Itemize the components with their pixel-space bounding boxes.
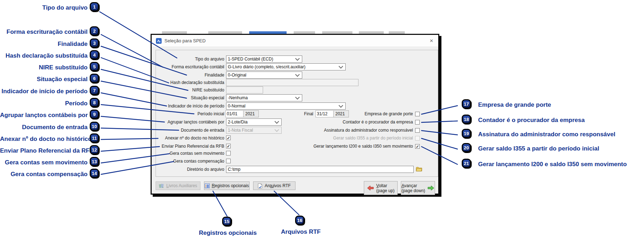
field-label-documento: Documento de entrada	[157, 127, 224, 134]
label-empresa-grande-porte: Empresa de grande porte	[306, 110, 413, 117]
registros-opcionais-button[interactable]: Registros opcionais	[204, 181, 250, 190]
callout-badge-7: 7	[90, 86, 99, 95]
callout-label-12: Enviar Plano Referencial da RFB	[0, 147, 88, 155]
voltar-label: Voltar (page up)	[376, 183, 394, 193]
callout-label-2: Forma escrituração contábil	[0, 28, 88, 36]
close-icon[interactable]: ×	[430, 38, 433, 44]
documento-entrada-select: 1-Nota Fiscal	[226, 127, 282, 134]
label-gerar-lancamento-i200: Gerar lançamento I200 e saldo I350 sem m…	[306, 143, 413, 150]
agrupar-lanctos-select[interactable]: 2-Lote/Dia	[226, 118, 282, 126]
tipo-arquivo-select[interactable]: 1-SPED Contábil (ECD)	[226, 56, 302, 63]
label-contador-procurador: Contador é o procurador da empresa	[306, 118, 413, 126]
agrupar-lanctos-value: 2-Lote/Dia	[226, 120, 275, 125]
finalidade-select[interactable]: 0-Original	[226, 72, 302, 79]
avancar-label: Avançar (page down)	[402, 183, 425, 193]
documento-entrada-value: 1-Nota Fiscal	[226, 128, 275, 133]
voltar-button[interactable]: Voltar (page up)	[364, 181, 398, 195]
callout-badge-10: 10	[90, 122, 99, 131]
indicador-inicio-value: 0-Normal	[226, 104, 339, 109]
livros-auxiliares-button: Livros Auxiliares	[156, 181, 200, 190]
chevron-down-icon	[295, 72, 300, 77]
livros-auxiliares-label: Livros Auxiliares	[166, 183, 197, 188]
background-window-fragment	[294, 31, 315, 34]
callout-badge-17: 17	[462, 99, 471, 109]
background-window-fragment	[389, 31, 405, 34]
registros-opcionais-icon	[205, 184, 210, 188]
diretorio-arquivo-input[interactable]: C:\tmp	[226, 166, 414, 173]
periodo-inicial-date-input[interactable]: 01/01	[226, 111, 244, 117]
chevron-down-icon	[339, 64, 343, 69]
callout-badge-14: 14	[90, 169, 99, 178]
livros-auxiliares-icon	[159, 184, 164, 188]
forma-escrituracao-value: G-Livro diário (completo, s/escrit.auxil…	[226, 64, 339, 69]
callout-badge-15: 15	[222, 217, 231, 226]
field-label-situacao: Situação especial	[157, 94, 224, 101]
tipo-arquivo-value: 1-SPED Contábil (ECD)	[226, 57, 296, 62]
background-window-fragment	[208, 31, 242, 34]
annotated-screenshot: Seleção para SPED × Tipo do arquivo Form…	[0, 0, 644, 243]
callout-badge-8: 8	[90, 98, 99, 107]
field-label-gera-sem-movimento: Gera contas sem movimento	[157, 150, 224, 157]
callout-label-15: Registros opcionais	[192, 229, 263, 237]
callout-label-8: Período	[0, 100, 88, 107]
empresa-grande-porte-checkbox[interactable]	[415, 112, 420, 116]
callout-badge-12: 12	[90, 145, 99, 154]
hash-declaracao-input[interactable]	[226, 79, 358, 86]
callout-label-17: Empresa de grande porte	[478, 101, 551, 109]
arrow-left-icon	[367, 185, 374, 191]
periodo-inicial-field[interactable]: 01/01 2021	[225, 110, 259, 117]
callout-label-9: Agrupar lançtos contábeis por	[0, 111, 88, 119]
gera-sem-movimento-checkbox[interactable]	[226, 151, 231, 155]
contador-procurador-checkbox[interactable]	[415, 120, 420, 125]
gera-compensacao-checkbox[interactable]	[226, 159, 231, 163]
field-label-gera-compensacao: Gera contas compensação	[157, 158, 224, 165]
callout-badge-18: 18	[462, 115, 471, 124]
callout-badge-3: 3	[90, 38, 99, 48]
callout-badge-20: 20	[462, 143, 471, 152]
arquivos-rtf-button[interactable]: Arquivos RTF	[253, 181, 295, 190]
nire-substituido-input[interactable]	[226, 86, 263, 94]
folder-icon[interactable]	[416, 167, 423, 172]
enviar-plano-checkbox[interactable]: ✓	[226, 144, 231, 148]
background-window-fragment	[162, 31, 187, 34]
registros-opcionais-label: Registros opcionais	[212, 183, 249, 188]
callout-badge-6: 6	[90, 74, 99, 83]
field-label-anexar: Anexar nº do docto no histórico	[157, 134, 224, 142]
callout-badge-16: 16	[295, 216, 304, 225]
field-label-nire: NIRE substituído	[157, 86, 224, 94]
avancar-button[interactable]: Avançar (page down)	[401, 181, 435, 195]
arrow-right-icon	[428, 185, 434, 191]
callout-label-5: NIRE substituído	[0, 64, 88, 72]
field-label-agrupar: Agrupar lançtos contábeis por	[157, 118, 224, 126]
field-label-finalidade: Finalidade	[157, 72, 224, 79]
callout-label-1: Tipo do arquivo	[0, 4, 88, 12]
gerar-lancamento-i200-checkbox[interactable]: ✓	[415, 144, 420, 149]
arquivos-rtf-icon	[258, 183, 262, 189]
field-label-tipo-arquivo: Tipo do arquivo	[157, 56, 224, 63]
arquivos-rtf-label: Arquivos RTF	[265, 183, 290, 188]
callout-badge-9: 9	[90, 110, 99, 119]
chevron-down-icon	[339, 103, 343, 108]
periodo-inicial-year: 2021	[244, 111, 258, 117]
callout-badge-19: 19	[462, 129, 471, 138]
anexar-docto-checkbox[interactable]: ✓	[226, 136, 231, 140]
background-window-fragment	[322, 31, 352, 34]
chevron-down-icon	[295, 95, 300, 100]
indicador-inicio-select[interactable]: 0-Normal	[226, 102, 346, 110]
field-label-enviar-plano: Enviar Plano Referencial da RFB	[157, 143, 224, 150]
app-icon	[156, 38, 162, 44]
callout-badge-21: 21	[462, 159, 471, 168]
label-assinatura-administrador: Assinatura do administrador como respons…	[306, 127, 413, 134]
callout-label-21: Gerar lançamento I200 e saldo I350 sem m…	[478, 160, 627, 168]
forma-escrituracao-select[interactable]: G-Livro diário (completo, s/escrit.auxil…	[226, 63, 346, 70]
situacao-especial-select[interactable]: -Nenhuma	[226, 94, 302, 101]
callout-label-18: Contador é o procurador da empresa	[478, 116, 585, 124]
label-gerar-saldo-i355: Gerar saldo I355 a partir do período ini…	[306, 134, 413, 142]
finalidade-value: 0-Original	[226, 73, 296, 78]
callout-label-19: Assinatura do administrador como respons…	[478, 131, 615, 138]
callout-label-4: Hash declaração substituída	[0, 52, 88, 60]
field-label-forma-escrituracao: Forma escrituração contábil	[157, 63, 224, 70]
field-label-periodo-inicial: Período inicial	[157, 110, 224, 117]
assinatura-administrador-checkbox[interactable]	[415, 128, 420, 133]
dialog-titlebar[interactable]: Seleção para SPED ×	[152, 35, 438, 47]
